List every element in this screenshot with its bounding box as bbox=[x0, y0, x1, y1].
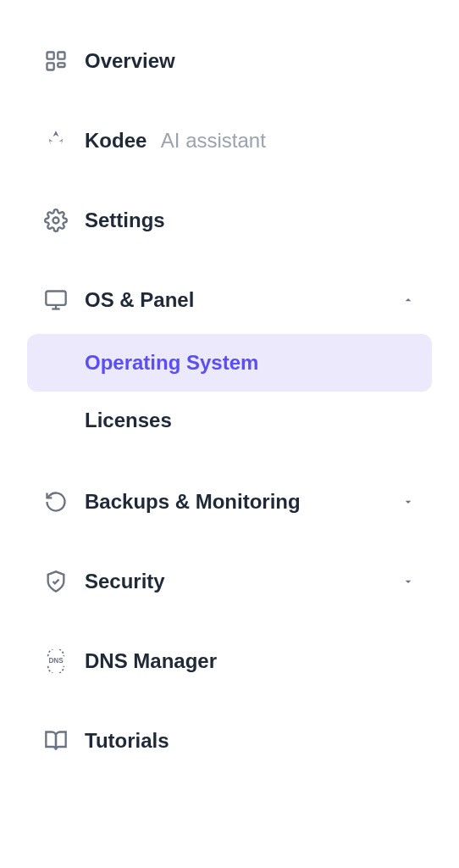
svg-text:DNS: DNS bbox=[48, 657, 64, 665]
book-icon bbox=[44, 729, 68, 753]
submenu-item-label: Operating System bbox=[85, 351, 258, 375]
sidebar-item-suffix: AI assistant bbox=[161, 129, 266, 152]
sidebar-nav: Overview Kodee AI assistant Settings bbox=[27, 34, 432, 768]
sidebar-item-label: Security bbox=[85, 570, 165, 593]
submenu-os-panel: Operating System Licenses bbox=[27, 334, 432, 449]
sidebar-item-overview[interactable]: Overview bbox=[27, 34, 432, 88]
sidebar-item-label: Kodee bbox=[85, 129, 147, 152]
shield-icon bbox=[44, 570, 68, 593]
sidebar-item-label: Settings bbox=[85, 209, 165, 232]
submenu-item-label: Licenses bbox=[85, 409, 172, 432]
sidebar-item-os-panel[interactable]: OS & Panel bbox=[27, 273, 432, 327]
sidebar-item-kodee[interactable]: Kodee AI assistant bbox=[27, 114, 432, 168]
sidebar-item-tutorials[interactable]: Tutorials bbox=[27, 714, 432, 768]
sidebar-item-label: Backups & Monitoring bbox=[85, 490, 301, 514]
sidebar-item-label: Overview bbox=[85, 49, 175, 73]
chevron-up-icon bbox=[401, 293, 415, 307]
svg-rect-5 bbox=[46, 292, 65, 305]
monitor-icon bbox=[44, 288, 68, 312]
svg-rect-0 bbox=[47, 53, 54, 59]
dns-icon: DNS bbox=[44, 649, 68, 673]
submenu-item-licenses[interactable]: Licenses bbox=[27, 392, 432, 449]
sidebar-item-security[interactable]: Security bbox=[27, 554, 432, 609]
submenu-item-operating-system[interactable]: Operating System bbox=[27, 334, 432, 392]
ai-icon bbox=[44, 129, 68, 153]
svg-rect-1 bbox=[58, 53, 64, 59]
history-icon bbox=[44, 490, 68, 514]
svg-point-4 bbox=[53, 218, 59, 224]
sidebar-item-label: DNS Manager bbox=[85, 649, 217, 673]
svg-rect-2 bbox=[47, 63, 54, 70]
sidebar-item-settings[interactable]: Settings bbox=[27, 193, 432, 248]
sidebar-item-dns[interactable]: DNS DNS Manager bbox=[27, 634, 432, 688]
chevron-down-icon bbox=[401, 495, 415, 509]
sidebar-item-backups[interactable]: Backups & Monitoring bbox=[27, 475, 432, 529]
sidebar-section-os-panel: OS & Panel Operating System Licenses bbox=[27, 273, 432, 449]
dashboard-icon bbox=[44, 49, 68, 73]
svg-rect-3 bbox=[58, 63, 64, 67]
gear-icon bbox=[44, 209, 68, 232]
sidebar-item-label: Tutorials bbox=[85, 729, 169, 753]
sidebar-item-label: OS & Panel bbox=[85, 288, 194, 312]
chevron-down-icon bbox=[401, 575, 415, 588]
